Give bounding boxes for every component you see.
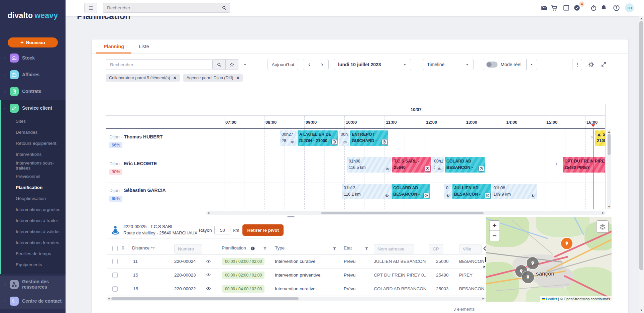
- scroll-up-arrow[interactable]: ▲: [639, 17, 644, 20]
- hamburger-menu-button[interactable]: [84, 3, 97, 13]
- scroll-up-arrow[interactable]: ▲: [607, 130, 611, 133]
- filter-funnel-icon[interactable]: [263, 246, 267, 251]
- info-icon[interactable]: [250, 246, 255, 251]
- sidebar-item-feuilles-de-temps[interactable]: Feuilles de temps: [16, 248, 66, 259]
- sidebar-item-gestion-ressources[interactable]: Gestion des ressources: [0, 276, 66, 293]
- map[interactable]: sançon + − Leaflet | © OpenStreetMap con…: [486, 217, 612, 302]
- scroll-left-arrow[interactable]: ◀: [108, 297, 110, 300]
- sidebar-item-service-client[interactable]: Service client: [0, 100, 66, 116]
- sidebar-item-interventions[interactable]: Interventions: [16, 149, 66, 160]
- resource-row-label[interactable]: Dijon - Thomas HUBERT 66%: [106, 129, 200, 148]
- sidebar-item-previsionnel[interactable]: Prévisionnel: [16, 171, 66, 182]
- sidebar-item-retours-equipement[interactable]: Retours équipement: [16, 138, 66, 149]
- tab-liste[interactable]: Liste: [131, 39, 156, 53]
- eye-icon[interactable]: [206, 286, 211, 291]
- row-checkbox[interactable]: [112, 259, 118, 264]
- eye-icon[interactable]: [384, 194, 390, 198]
- leaflet-link[interactable]: Leaflet: [546, 297, 557, 301]
- chip-agence[interactable]: Agence parmi Dijon (DIJ)✕: [183, 74, 243, 82]
- real-mode-toggle[interactable]: [486, 62, 498, 68]
- page-scrollbar[interactable]: ▲ ▼: [639, 16, 644, 313]
- gantt-event-intervention[interactable]: T.C.S SARL -25640: [392, 157, 431, 173]
- scroll-down-arrow[interactable]: ▼: [639, 309, 644, 312]
- map-layers-button[interactable]: [596, 220, 609, 233]
- eye-icon[interactable]: [437, 167, 442, 171]
- resource-row-label[interactable]: Dijon - Eric LECOMTE 90%: [106, 156, 200, 175]
- gantt-h-scrollbar[interactable]: ◀ ▶: [206, 211, 606, 215]
- eye-icon[interactable]: [530, 194, 535, 198]
- view-select[interactable]: Timeline: [423, 59, 474, 70]
- gantt-event-travel[interactable]: 00h1:: [432, 157, 444, 173]
- close-icon[interactable]: ✕: [173, 76, 177, 80]
- sidebar-item-sites[interactable]: Sites: [16, 116, 66, 127]
- sidebar-item-stock[interactable]: Stock: [0, 49, 66, 66]
- gantt-event-intervention[interactable]: COLARD ADBESANCON -: [392, 184, 430, 199]
- planning-search-input[interactable]: [106, 59, 213, 70]
- resource-row-label[interactable]: Dijon - Sébastien GARCIA 65%: [106, 183, 200, 202]
- sidebar-item-demandes[interactable]: Demandes: [16, 127, 66, 138]
- date-select[interactable]: lundi 10 juillet 2023: [334, 59, 411, 70]
- gantt-event-travel[interactable]: 01h08116.5 km: [347, 157, 392, 173]
- mail-icon[interactable]: [541, 4, 548, 11]
- gantt-h-scrollbar-thumb[interactable]: [321, 212, 484, 214]
- table-h-scrollbar[interactable]: ◀ ▶: [107, 297, 486, 301]
- table-row[interactable]: 15 220-00022 00:00 / 04:00 / 02:00 Inter…: [107, 282, 486, 296]
- table-row[interactable]: 15 220-00023 00:00 / 02:00 / 01:00 Inter…: [107, 269, 486, 282]
- real-mode-caret[interactable]: [526, 59, 537, 70]
- cart-icon[interactable]: [551, 4, 558, 11]
- panel-resize-handle[interactable]: [287, 216, 295, 217]
- col-cp-filter[interactable]: CP: [429, 244, 443, 253]
- eye-icon[interactable]: [290, 140, 295, 144]
- page-scrollbar-thumb[interactable]: [639, 21, 643, 270]
- eye-icon[interactable]: [445, 194, 450, 198]
- help-icon[interactable]: [613, 4, 620, 11]
- filter-funnel-icon[interactable]: [364, 246, 369, 251]
- zoom-out-button[interactable]: −: [490, 231, 500, 241]
- zoom-in-button[interactable]: +: [490, 221, 500, 231]
- sidebar-item-affaires[interactable]: Affaires: [0, 66, 66, 83]
- scroll-down-arrow[interactable]: ▼: [607, 205, 611, 208]
- remove-pivot-button[interactable]: Retirer le pivot: [242, 224, 284, 236]
- sort-icon[interactable]: [150, 246, 155, 251]
- eye-icon[interactable]: [206, 259, 211, 264]
- col-nom-filter[interactable]: Nom adresse: [374, 244, 414, 253]
- gantt-event-intervention[interactable]: A L'ATELIER DEDIJON - 21000: [298, 130, 338, 146]
- search-options-caret-icon[interactable]: [243, 63, 247, 67]
- fullscreen-icon[interactable]: [601, 62, 607, 67]
- eye-icon[interactable]: [206, 273, 211, 277]
- planning-search-button[interactable]: [213, 59, 225, 70]
- eye-icon[interactable]: [385, 167, 390, 171]
- row-checkbox[interactable]: [112, 273, 118, 278]
- select-all-checkbox[interactable]: [112, 246, 118, 251]
- search-icon[interactable]: [222, 5, 227, 10]
- tab-planning[interactable]: Planning: [96, 39, 131, 53]
- next-day-button[interactable]: [316, 59, 329, 70]
- osm-attribution[interactable]: © OpenStreetMap contributors: [560, 297, 610, 301]
- new-button[interactable]: + Nouveau: [8, 37, 58, 47]
- map-marker-pivot[interactable]: [561, 238, 572, 249]
- settings-gear-icon[interactable]: [588, 62, 594, 68]
- gantt-event-intervention[interactable]: CPT DU FREIN PIREY 0339 -25480 PIREY: [563, 157, 606, 173]
- eye-icon[interactable]: [342, 140, 348, 144]
- gantt-event-intervention[interactable]: ENTREPÔTGUICHARD -: [350, 130, 388, 146]
- table-h-scrollbar-thumb[interactable]: [111, 297, 299, 300]
- gantt-event-travel[interactable]: 01h13116.1 km: [342, 184, 391, 199]
- sidebar-item-contrats[interactable]: Contrats: [0, 83, 66, 100]
- form-list-icon[interactable]: [563, 4, 570, 11]
- stopwatch-icon[interactable]: [590, 4, 597, 11]
- table-scroll-arrow[interactable]: ▶: [484, 265, 486, 268]
- gantt-event-travel[interactable]: 0: [444, 184, 452, 199]
- sidebar-item-planification[interactable]: Planification: [16, 182, 66, 193]
- scroll-right-arrow[interactable]: ▶: [602, 211, 604, 214]
- col-numero-filter[interactable]: Numéro: [174, 244, 202, 253]
- chip-collaborateur[interactable]: Collaborateur parmi 9 élément(s)✕: [106, 74, 180, 82]
- global-search-input[interactable]: [103, 3, 230, 12]
- scroll-left-arrow[interactable]: ◀: [207, 211, 209, 214]
- gantt-v-scrollbar-thumb[interactable]: [608, 134, 611, 155]
- gantt-event-travel[interactable]: 00h: [339, 130, 349, 146]
- sidebar-item-interventions-sous-traitees[interactable]: Interventions sous-traitées: [16, 160, 66, 171]
- col-ville-filter[interactable]: Ville: [459, 244, 482, 253]
- scroll-to-event-icon[interactable]: [554, 162, 558, 166]
- table-row[interactable]: 11 220-00024 00:00 / 03:00 / 02:00 Inter…: [107, 255, 486, 269]
- gantt-event-travel[interactable]: 00h2728.: [280, 130, 297, 146]
